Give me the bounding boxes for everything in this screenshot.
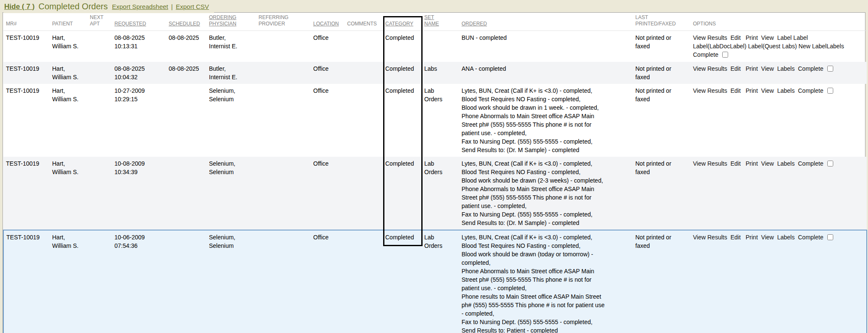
option-link-complete[interactable]: Complete (798, 160, 823, 167)
complete-checkbox[interactable] (827, 88, 833, 94)
complete-checkbox[interactable] (827, 66, 833, 72)
cell-referring-provider (257, 230, 312, 333)
cell-patient: Hart,William S. (50, 157, 88, 230)
order-row[interactable]: TEST-10019Hart,William S.10-06-200907:54… (3, 230, 867, 333)
option-link-view-results[interactable]: View Results (693, 160, 727, 167)
option-link-print[interactable]: Print (746, 87, 758, 94)
column-header-location[interactable]: LOCATION (312, 13, 345, 31)
order-row[interactable]: TEST-10019Hart,William S.10-08-200910:34… (3, 157, 867, 230)
cell-mr: TEST-10019 (3, 62, 50, 84)
cell-comments (345, 31, 384, 62)
option-link-edit[interactable]: Edit (730, 34, 740, 41)
cell-last-printed-faxed: Not printed orfaxed (634, 84, 691, 157)
column-header-category[interactable]: CATEGORY (384, 13, 423, 31)
option-link-label-labdoclabel[interactable]: Label(LabDocLabel) (693, 43, 746, 50)
option-link-view[interactable]: View (761, 65, 774, 72)
cell-scheduled: 08-08-2025 (167, 31, 207, 62)
cell-set-name: Labs (423, 62, 460, 84)
cell-mr: TEST-10019 (3, 84, 50, 157)
cell-next-apt (88, 84, 113, 157)
cell-next-apt (88, 62, 113, 84)
option-link-view-results[interactable]: View Results (693, 34, 727, 41)
cell-ordering-physician: Selenium,Selenium (207, 84, 257, 157)
option-link-view[interactable]: View (761, 234, 774, 241)
complete-checkbox[interactable] (827, 161, 833, 166)
export-spreadsheet-link[interactable]: Export Spreadsheet (112, 3, 168, 10)
option-link-edit[interactable]: Edit (730, 234, 740, 241)
cell-ordered: Lytes, BUN, Creat (Call if K+ is <3.0) -… (460, 157, 634, 230)
option-link-edit[interactable]: Edit (730, 87, 740, 94)
column-header-ordered[interactable]: ORDERED (460, 13, 634, 31)
option-link-view-results[interactable]: View Results (693, 65, 727, 72)
cell-patient: Hart,William S. (50, 230, 88, 333)
option-link-new-label[interactable]: New Label (798, 43, 826, 50)
option-link-view[interactable]: View (761, 160, 774, 167)
cell-location: Office (312, 62, 345, 84)
option-link-view-results[interactable]: View Results (693, 234, 727, 241)
cell-last-printed-faxed: Not printed orfaxed (634, 230, 691, 333)
cell-options: View Results Edit Print View Labels Comp… (691, 230, 867, 333)
cell-requested: 10-27-200910:29:15 (113, 84, 167, 157)
cell-requested: 10-08-200910:34:39 (113, 157, 167, 230)
option-link-view[interactable]: View (761, 87, 774, 94)
cell-set-name: LabOrders (423, 84, 460, 157)
cell-mr: TEST-10019 (3, 157, 50, 230)
option-link-print[interactable]: Print (746, 160, 758, 167)
hide-link[interactable]: Hide ( 7 ) (4, 3, 35, 11)
cell-location: Office (312, 84, 345, 157)
cell-requested: 08-08-202510:04:32 (113, 62, 167, 84)
option-link-edit[interactable]: Edit (730, 160, 740, 167)
column-header-requested[interactable]: REQUESTED (113, 13, 167, 31)
option-link-label-quest-labs[interactable]: Label(Quest Labs) (748, 43, 797, 50)
cell-mr: TEST-10019 (3, 230, 50, 333)
cell-ordered: ANA - completed (460, 62, 634, 84)
option-link-edit[interactable]: Edit (730, 65, 740, 72)
option-link-print[interactable]: Print (746, 34, 758, 41)
option-link-label[interactable]: Label (777, 34, 792, 41)
column-header-scheduled[interactable]: SCHEDULED (167, 13, 207, 31)
cell-location: Office (312, 31, 345, 62)
cell-requested: 10-06-200907:54:36 (113, 230, 167, 333)
option-link-print[interactable]: Print (746, 234, 758, 241)
cell-scheduled (167, 84, 207, 157)
option-link-complete[interactable]: Complete (798, 234, 823, 241)
export-csv-link[interactable]: Export CSV (176, 3, 209, 10)
cell-options: View Results Edit Print View Labels Comp… (691, 157, 867, 230)
cell-ordering-physician: Selenium,Selenium (207, 157, 257, 230)
cell-set-name: LabOrders (423, 230, 460, 333)
order-row[interactable]: TEST-10019Hart,William S.08-08-202510:04… (3, 62, 867, 84)
legend-separator: | (171, 3, 173, 10)
cell-set-name (423, 31, 460, 62)
complete-checkbox[interactable] (722, 52, 728, 58)
option-link-print[interactable]: Print (746, 65, 758, 72)
column-header-mr: MR# (3, 13, 50, 31)
option-link-labels[interactable]: Labels (777, 65, 795, 72)
cell-options: View Results Edit Print View Label Label… (691, 31, 867, 62)
option-link-view-results[interactable]: View Results (693, 87, 727, 94)
option-link-complete[interactable]: Complete (693, 51, 718, 58)
column-header-ordering-physician[interactable]: ORDERINGPHYSICIAN (207, 13, 257, 31)
option-link-labels[interactable]: Labels (777, 87, 795, 94)
cell-referring-provider (257, 157, 312, 230)
completed-orders-page: Hide ( 7 ) Completed Orders Export Sprea… (0, 0, 868, 333)
cell-ordered: BUN - completed (460, 31, 634, 62)
order-row[interactable]: TEST-10019Hart,William S.08-08-202510:13… (3, 31, 867, 62)
option-link-complete[interactable]: Complete (798, 87, 823, 94)
option-link-complete[interactable]: Complete (798, 65, 823, 72)
column-header-set-name[interactable]: SETNAME (423, 13, 460, 31)
cell-category: Completed (384, 157, 423, 230)
option-link-view[interactable]: View (761, 34, 774, 41)
complete-checkbox[interactable] (827, 234, 833, 240)
column-header-patient: PATIENT (50, 13, 88, 31)
order-row[interactable]: TEST-10019Hart,William S.10-27-200910:29… (3, 84, 867, 157)
cell-options: View Results Edit Print View Labels Comp… (691, 62, 867, 84)
cell-referring-provider (257, 84, 312, 157)
column-header-comments: COMMENTS (345, 13, 384, 31)
cell-scheduled (167, 230, 207, 333)
option-link-label[interactable]: Label (793, 34, 808, 41)
option-link-labels[interactable]: Labels (826, 43, 844, 50)
cell-scheduled (167, 157, 207, 230)
cell-category: Completed (384, 62, 423, 84)
option-link-labels[interactable]: Labels (777, 160, 795, 167)
option-link-labels[interactable]: Labels (777, 234, 795, 241)
